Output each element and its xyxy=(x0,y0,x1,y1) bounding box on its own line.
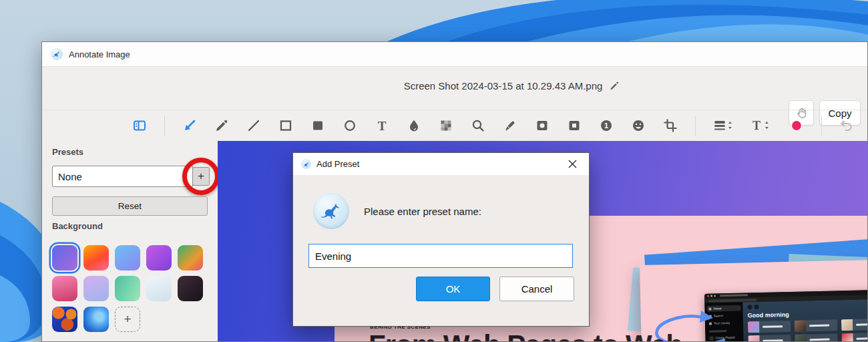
background-swatch-green-orange[interactable] xyxy=(178,245,203,271)
cancel-button[interactable]: Cancel xyxy=(499,277,574,301)
mini-back-button xyxy=(747,305,752,309)
dialog-title: Add Preset xyxy=(316,159,359,169)
blur-drop-tool-icon[interactable] xyxy=(407,117,421,134)
text-size-control[interactable]: T xyxy=(750,117,772,134)
background-swatch-grid: + xyxy=(52,245,203,332)
presets-label: Presets xyxy=(52,147,83,157)
close-icon[interactable] xyxy=(565,157,580,172)
background-swatch-lavender[interactable] xyxy=(83,276,109,301)
inset-box-tool-icon[interactable] xyxy=(567,117,582,134)
presets-sidebar: Presets None ▾ + Reset Background + xyxy=(42,141,218,341)
counter-value: 1 xyxy=(604,122,608,130)
filled-rectangle-tool-icon[interactable] xyxy=(310,117,325,134)
background-swatch-blue-violet[interactable] xyxy=(52,245,77,271)
mini-tile-5 xyxy=(795,333,837,341)
header-band: Screen Shot 2024-03-15 at 10.29.43 AM.pn… xyxy=(42,67,867,110)
mini-tile-1 xyxy=(748,321,791,333)
background-swatch-win11-bloom[interactable] xyxy=(83,307,109,332)
background-label: Background xyxy=(52,221,103,231)
plus-icon: + xyxy=(124,312,131,327)
color-swatch-control[interactable] xyxy=(789,117,804,134)
chevron-down-icon: ▾ xyxy=(184,173,187,180)
poster-heading-clipped: From Web Pages to Web xyxy=(369,329,682,341)
crop-tool-icon[interactable] xyxy=(663,117,678,134)
undo-button[interactable] xyxy=(839,117,854,134)
panel-toggle-icon[interactable] xyxy=(132,117,147,134)
highlighter-tool-icon[interactable] xyxy=(503,117,517,134)
spotlight-tool-icon[interactable] xyxy=(535,117,550,134)
rectangle-tool-icon[interactable] xyxy=(278,117,293,134)
filename-label: Screen Shot 2024-03-15 at 10.29.43 AM.pn… xyxy=(404,80,603,92)
background-swatch-sky-periwinkle[interactable] xyxy=(115,245,140,271)
dialog-prompt: Please enter preset name: xyxy=(364,206,481,217)
background-swatch-pink-crimson[interactable] xyxy=(52,276,77,301)
background-swatch-violet-magenta[interactable] xyxy=(146,245,172,271)
rename-icon[interactable] xyxy=(609,81,619,91)
window-titlebar[interactable]: Annotate Image xyxy=(42,42,867,67)
reset-button[interactable]: Reset xyxy=(52,196,208,216)
mini-tile-3 xyxy=(841,319,867,331)
mini-tile-4 xyxy=(748,335,791,341)
background-swatch-orange-red[interactable] xyxy=(83,245,109,271)
magnify-tool-icon[interactable] xyxy=(471,117,485,134)
background-swatch-frost[interactable] xyxy=(146,276,172,301)
select-arrow-icon[interactable] xyxy=(182,117,197,134)
background-swatch-lava-art[interactable] xyxy=(52,307,77,332)
counter-tool-icon[interactable]: 1 xyxy=(599,117,614,134)
toolbar-divider xyxy=(821,116,822,136)
text-tool-icon[interactable]: T xyxy=(375,117,389,134)
kangaroo-app-icon xyxy=(51,48,63,60)
window-title: Annotate Image xyxy=(69,49,130,59)
toolbar: T 1 T xyxy=(42,110,867,141)
line-tool-icon[interactable] xyxy=(246,117,261,134)
kangaroo-app-icon xyxy=(301,159,311,169)
mini-tile-2 xyxy=(795,319,837,331)
background-swatch-teal-mint[interactable] xyxy=(115,276,140,301)
background-add-button[interactable]: + xyxy=(115,307,140,332)
stroke-width-control[interactable] xyxy=(713,117,733,134)
toolbar-divider xyxy=(695,116,696,136)
preset-name-input[interactable] xyxy=(308,244,573,268)
wallpaper-bloom-top xyxy=(387,0,868,41)
mini-forward-button xyxy=(754,304,758,309)
svg-text:T: T xyxy=(752,119,761,132)
mini-tile-6 xyxy=(841,333,867,341)
ellipse-tool-icon[interactable] xyxy=(343,117,357,134)
filename-row: Screen Shot 2024-03-15 at 10.29.43 AM.pn… xyxy=(404,80,620,92)
background-swatch-charcoal[interactable] xyxy=(178,276,203,301)
toolbar-divider xyxy=(164,116,165,136)
preset-select-value: None xyxy=(58,171,82,182)
add-preset-button[interactable]: + xyxy=(192,167,210,186)
dialog-titlebar[interactable]: Add Preset xyxy=(293,153,589,175)
emoji-tool-icon[interactable] xyxy=(631,117,646,134)
kangaroo-dialog-icon xyxy=(313,193,349,229)
add-preset-dialog: Add Preset Please enter preset name: OK … xyxy=(292,152,590,327)
ok-button[interactable]: OK xyxy=(416,277,490,301)
pixelate-tool-icon[interactable] xyxy=(439,117,453,134)
pencil-tool-icon[interactable] xyxy=(214,117,229,134)
preset-select[interactable]: None ▾ xyxy=(52,166,193,187)
